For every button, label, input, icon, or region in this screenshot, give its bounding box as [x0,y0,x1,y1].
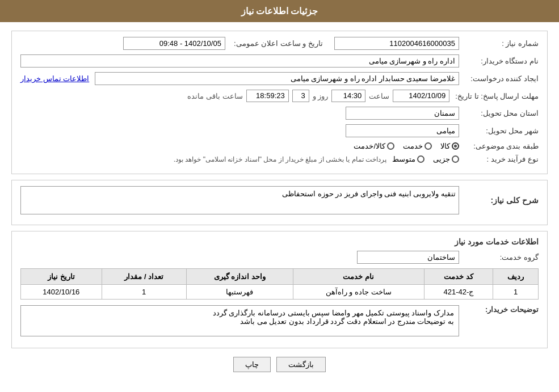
table-cell-date: 1402/10/16 [21,285,102,300]
radio-jozi-label: جزیی [433,155,450,163]
radio-item-kala: کالا [440,142,459,150]
table-cell-code: ج-42-421 [424,285,493,300]
buyer-notes-row: توضیحات خریدار: مدارک واسناد پیوستی تکمی… [20,305,539,336]
deadline-days-value: 3 [292,90,309,102]
category-row: طبقه بندی موضوعی: کالا خدمت کالا/خدمت [20,142,539,150]
table-cell-row: 1 [493,285,539,300]
deadline-date-value: 1402/10/09 [393,90,449,102]
deadline-label: مهلت ارسال پاسخ: تا تاریخ: [449,92,539,100]
category-label: طبقه بندی موضوعی: [459,142,539,150]
province-value: سمنان [346,107,459,120]
category-radio-group: کالا خدمت کالا/خدمت [354,142,459,150]
purchase-type-radio-group: جزیی متوسط [392,155,459,163]
purchase-type-label: نوع فرآیند خرید : [459,155,539,163]
need-number-value: 1102004616000035 [334,37,459,50]
services-section: اطلاعات خدمات مورد نیاز گروه خدمت: ساختم… [11,231,548,348]
radio-item-kala-khedmat: کالا/خدمت [354,142,394,150]
radio-item-mottavas: متوسط [392,155,424,163]
city-label: شهر محل تحویل: [459,127,539,135]
creator-label: ایجاد کننده درخواست: [459,74,539,83]
services-table: ردیف کد خدمت نام خدمت واحد اندازه گیری ت… [20,268,539,300]
need-number-row: شماره نیاز : 1102004616000035 تاریخ و سا… [20,37,539,50]
general-desc-label: شرح کلی نیاز: [459,196,539,205]
radio-mottavas-label: متوسط [392,155,415,163]
buyer-notes-label: توضیحات خریدار: [459,305,539,314]
col-row: ردیف [493,269,539,285]
col-unit: واحد اندازه گیری [186,269,293,285]
header-title: جزئیات اطلاعات نیاز [241,6,318,16]
service-group-value: ساختمان [357,251,459,264]
back-button[interactable]: بازگشت [276,357,326,372]
city-row: شهر محل تحویل: میامی [20,124,539,137]
radio-item-jozi: جزیی [433,155,459,163]
table-cell-unit: فهرستبها [186,285,293,300]
deadline-row: مهلت ارسال پاسخ: تا تاریخ: 1402/10/09 سا… [20,90,539,102]
table-row: 1ج-42-421ساخت جاده و راه‌آهنفهرستبها1140… [21,285,539,300]
purchase-note: پرداخت تمام یا بخشی از مبلغ خریدار از مح… [174,155,386,163]
creator-value: غلامرضا سعیدی حسابدار اداره راه و شهرساز… [95,72,459,85]
radio-mottavas-circle [417,155,424,163]
radio-kalakhedmat-label: کالا/خدمت [354,142,385,150]
general-desc-section: شرح کلی نیاز: تنقیه ولایروبی ابنیه فنی و… [11,180,548,225]
city-value: میامی [346,124,459,137]
radio-kala-circle [452,142,459,150]
general-desc-value: تنقیه ولایروبی ابنیه فنی واجرای فریز در … [20,186,459,214]
page-header: جزئیات اطلاعات نیاز [0,0,559,22]
col-name: نام خدمت [293,269,424,285]
buttons-row: بازگشت چاپ [11,357,548,372]
radio-item-khedmat: خدمت [403,142,432,150]
general-desc-row: شرح کلی نیاز: تنقیه ولایروبی ابنیه فنی و… [20,186,539,214]
radio-kala-label: کالا [440,142,450,150]
table-cell-qty: 1 [102,285,186,300]
purchase-type-row: نوع فرآیند خرید : جزیی متوسط پرداخت تمام… [20,155,539,163]
buyer-org-row: نام دستگاه خریدار: اداره راه و شهرسازی م… [20,54,539,68]
buyer-org-value: اداره راه و شهرسازی میامی [20,54,459,68]
radio-khedmat-circle [424,142,432,150]
announcement-value: 1402/10/05 - 09:48 [123,37,225,50]
col-date: تاریخ نیاز [21,269,102,285]
service-group-row: گروه خدمت: ساختمان [20,251,539,264]
col-qty: تعداد / مقدار [102,269,186,285]
service-group-label: گروه خدمت: [459,253,539,262]
creator-row: ایجاد کننده درخواست: غلامرضا سعیدی حسابد… [20,72,539,85]
services-title: اطلاعات خدمات مورد نیاز [20,237,539,246]
province-row: استان محل تحویل: سمنان [20,107,539,120]
need-number-label: شماره نیاز : [459,39,539,48]
buyer-org-label: نام دستگاه خریدار: [459,57,539,65]
radio-kalakhedmat-circle [387,142,394,150]
radio-khedmat-label: خدمت [403,142,423,150]
radio-jozi-circle [452,155,459,163]
col-code: کد خدمت [424,269,493,285]
deadline-days-label: روز و [313,92,329,100]
province-label: استان محل تحویل: [459,109,539,117]
deadline-time-value: 14:30 [331,90,365,102]
deadline-remaining-value: 18:59:23 [246,90,289,102]
deadline-remaining-label: ساعت باقی مانده [187,92,242,100]
contact-link[interactable]: اطلاعات تماس خریدار [20,74,89,83]
announcement-label: تاریخ و ساعت اعلان عمومی: [228,39,323,48]
main-form-section: شماره نیاز : 1102004616000035 تاریخ و سا… [11,31,548,174]
buyer-notes-value: مدارک واسناد پیوستی تکمیل مهر وامضا سپس … [20,305,459,336]
print-button[interactable]: چاپ [233,357,271,372]
table-cell-name: ساخت جاده و راه‌آهن [293,285,424,300]
deadline-time-label: ساعت [369,92,389,100]
